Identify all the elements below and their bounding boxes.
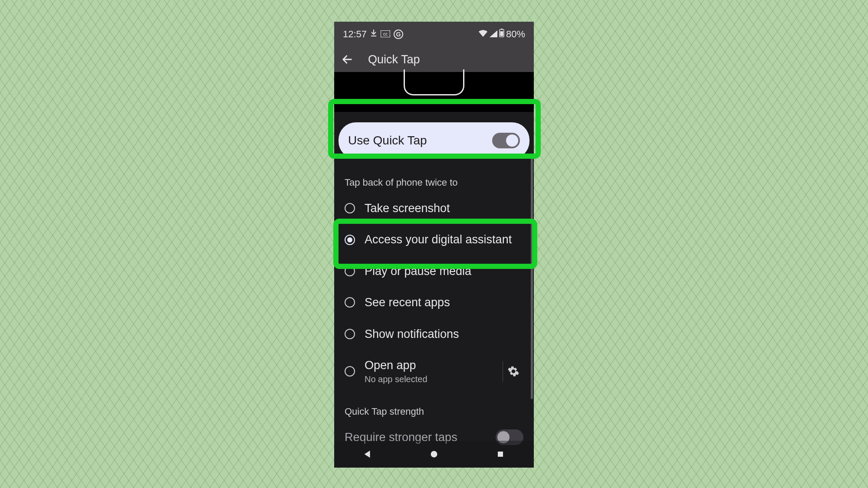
radio-icon [345,235,355,245]
app-header: Quick Tap [334,47,534,72]
use-quick-tap-switch[interactable] [492,133,520,148]
nav-recent-button[interactable] [487,445,513,463]
wifi-icon [478,29,488,40]
svg-rect-4 [500,31,503,36]
back-button[interactable] [339,51,356,68]
gear-icon [508,366,519,377]
radio-icon [345,203,355,213]
section-strength-title: Quick Tap strength [334,393,534,422]
nav-home-button[interactable] [421,445,447,463]
svg-point-5 [431,451,437,458]
radio-label-stack: Open appNo app selected [365,358,490,384]
radio-label: Open app [365,358,490,372]
switch-knob [506,134,518,147]
radio-option-assistant[interactable]: Access your digital assistant [334,224,534,255]
system-nav-bar [334,441,534,468]
google-icon: G [394,29,403,39]
status-left: 12:57 cc G [343,29,403,40]
open-app-settings-button[interactable] [503,361,523,382]
radio-option-openapp[interactable]: Open appNo app selected [334,350,534,393]
radio-sublabel: No app selected [365,374,490,384]
radio-label-stack: Take screenshot [365,201,523,215]
svg-text:cc: cc [383,32,388,36]
nav-back-button[interactable] [355,445,381,463]
scroll-indicator [531,156,533,399]
radio-option-screenshot[interactable]: Take screenshot [334,193,534,224]
device-preview [334,72,534,112]
radio-label-stack: Play or pause media [365,264,523,278]
device-outline-graphic [404,69,464,95]
arrow-left-icon [341,53,353,66]
svg-rect-3 [501,29,503,29]
triangle-back-icon [363,449,372,459]
page-title: Quick Tap [368,53,420,66]
radio-label-stack: Access your digital assistant [365,233,523,246]
radio-icon [345,329,355,339]
radio-label: Show notifications [365,327,523,341]
phone-frame: 12:57 cc G 80% Quick Tap [334,22,534,468]
use-quick-tap-label: Use Quick Tap [348,134,427,147]
radio-label: Access your digital assistant [365,233,523,246]
radio-icon [345,366,355,377]
radio-icon [345,297,355,308]
radio-label-stack: Show notifications [365,327,523,341]
battery-icon [499,29,504,40]
status-right: 80% [478,29,525,40]
radio-option-notifications[interactable]: Show notifications [334,318,534,350]
radio-label: See recent apps [365,295,523,309]
radio-option-media[interactable]: Play or pause media [334,255,534,287]
svg-rect-6 [498,452,503,457]
cc-badge-icon: cc [381,29,390,40]
section-tap-action-title: Tap back of phone twice to [334,159,534,193]
status-bar: 12:57 cc G 80% [334,22,534,47]
radio-label: Play or pause media [365,264,523,278]
status-time: 12:57 [343,29,367,40]
circle-home-icon [430,450,438,459]
download-icon [370,29,377,40]
square-recent-icon [496,450,504,458]
use-quick-tap-row[interactable]: Use Quick Tap [339,122,529,159]
action-radio-list: Take screenshotAccess your digital assis… [334,193,534,393]
radio-label: Take screenshot [365,201,523,215]
cell-signal-icon [490,29,497,40]
radio-option-recent[interactable]: See recent apps [334,287,534,318]
radio-icon [345,266,355,276]
battery-percent: 80% [506,29,525,40]
radio-label-stack: See recent apps [365,295,523,309]
